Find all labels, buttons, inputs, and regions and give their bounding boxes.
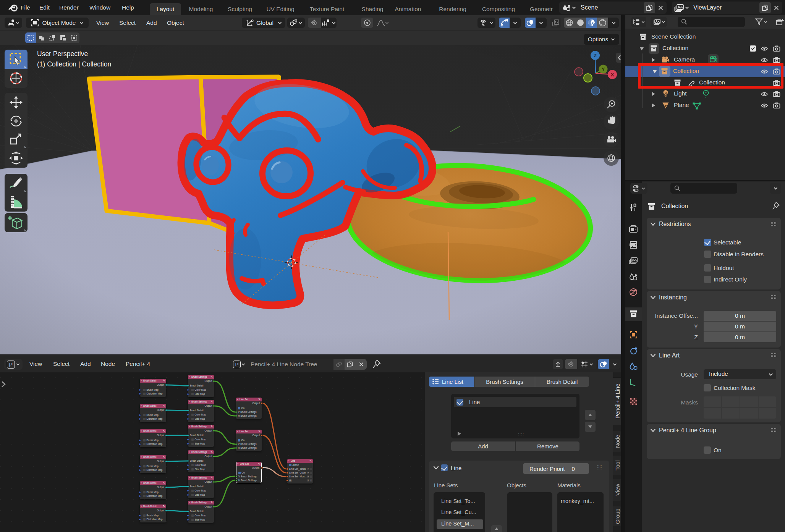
svg-text:(1) Collection | Collection: (1) Collection | Collection <box>37 60 111 68</box>
svg-text:User Perspective: User Perspective <box>37 50 88 58</box>
